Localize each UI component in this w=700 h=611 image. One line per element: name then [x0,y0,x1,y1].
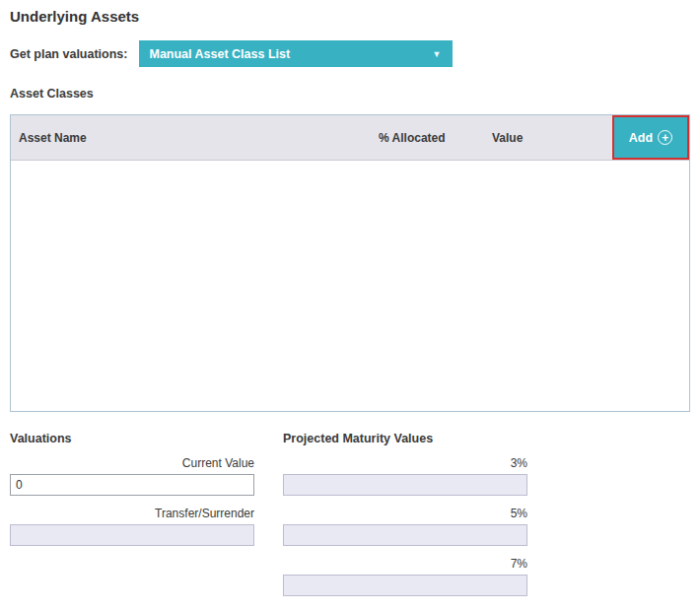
table-body-empty [11,161,689,411]
valuations-heading: Valuations [10,432,254,445]
rate-5-percent-input [283,524,527,546]
underlying-assets-page: Underlying Assets Get plan valuations: M… [0,0,700,596]
dropdown-selected-value: Manual Asset Class List [149,47,432,61]
page-title: Underlying Assets [10,8,690,25]
plan-valuations-row: Get plan valuations: Manual Asset Class … [10,40,690,67]
rate-7-percent-label: 7% [283,557,527,571]
projected-maturity-heading: Projected Maturity Values [283,432,527,445]
projected-maturity-section: Projected Maturity Values 3% 5% 7% [283,432,527,596]
valuations-section: Valuations Current Value Transfer/Surren… [10,432,254,596]
column-header-asset-name: Asset Name [11,115,379,160]
asset-classes-label: Asset Classes [10,87,690,101]
rate-7-percent-input [283,575,527,596]
transfer-surrender-label: Transfer/Surrender [10,507,254,520]
rate-3-percent-label: 3% [283,456,527,470]
current-value-input[interactable] [10,474,254,496]
asset-classes-table: Asset Name % Allocated Value Add + [10,114,690,412]
chevron-down-icon: ▼ [433,49,444,59]
rate-5-percent-label: 5% [283,507,527,520]
plan-valuations-dropdown[interactable]: Manual Asset Class List ▼ [139,40,453,67]
current-value-label: Current Value [10,456,254,470]
column-header-value: Value [492,115,612,160]
plus-circle-icon: + [658,130,672,145]
rate-3-percent-input [283,474,527,496]
plan-valuations-label: Get plan valuations: [10,47,127,61]
add-asset-button[interactable]: Add + [612,115,689,160]
add-button-label: Add [629,131,653,145]
transfer-surrender-input [10,524,254,546]
column-header-percent-allocated: % Allocated [379,115,492,160]
bottom-section: Valuations Current Value Transfer/Surren… [10,432,690,596]
table-header-row: Asset Name % Allocated Value Add + [11,115,689,161]
